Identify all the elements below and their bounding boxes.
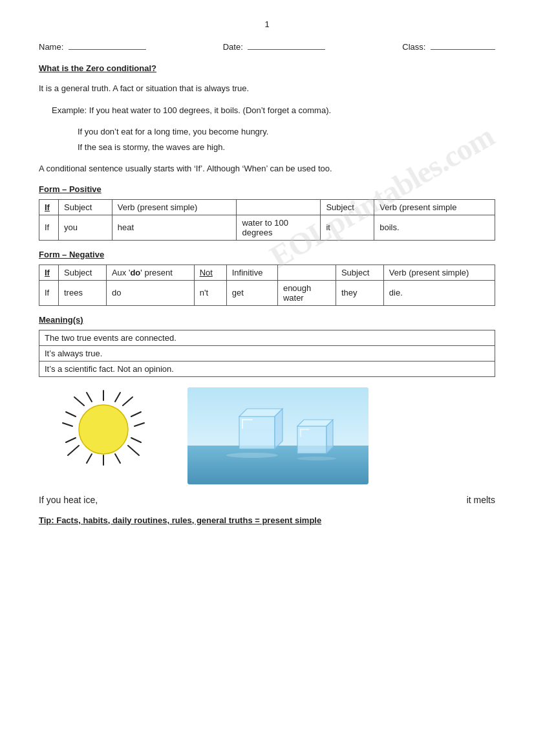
negative-form-title: Form – Negative bbox=[39, 250, 495, 259]
neg-header-verb2: Verb (present simple) bbox=[383, 265, 495, 280]
svg-line-9 bbox=[87, 393, 92, 402]
svg-line-14 bbox=[115, 454, 120, 463]
svg-line-3 bbox=[128, 446, 139, 455]
name-field: Name: bbox=[39, 42, 146, 52]
date-field: Date: bbox=[223, 42, 326, 52]
neg-row-enoughwater: enough water bbox=[277, 280, 336, 305]
meaning-3: It’s a scientific fact. Not an opinion. bbox=[39, 361, 495, 376]
main-title: What is the Zero conditional? bbox=[39, 63, 495, 73]
neg-header-aux: Aux 'do' present bbox=[106, 265, 194, 280]
intro-example3: If the sea is stormy, the waves are high… bbox=[78, 141, 495, 154]
intro-note: A conditional sentence usually starts wi… bbox=[39, 162, 495, 175]
neg-header-not: Not bbox=[200, 268, 213, 277]
svg-line-10 bbox=[131, 412, 141, 416]
meaning-1: The two true events are connected. bbox=[39, 330, 495, 345]
class-field: Class: bbox=[402, 42, 495, 52]
ice-image bbox=[187, 387, 368, 484]
sentence-left: If you heat ice, bbox=[39, 495, 98, 505]
neg-header-subject: Subject bbox=[59, 265, 107, 280]
svg-line-2 bbox=[134, 423, 144, 426]
svg-line-11 bbox=[131, 438, 141, 442]
svg-marker-21 bbox=[239, 416, 275, 449]
pos-row-you: you bbox=[59, 215, 112, 240]
header-fields: Name: Date: Class: bbox=[39, 42, 495, 52]
neg-header-subject2: Subject bbox=[336, 265, 383, 280]
neg-row-get: get bbox=[226, 280, 277, 305]
pos-row-it: it bbox=[321, 215, 374, 240]
neg-header-infinitive: Infinitive bbox=[226, 265, 277, 280]
svg-line-12 bbox=[66, 412, 76, 416]
positive-form-title: Form – Positive bbox=[39, 184, 495, 194]
pos-header-subject: Subject bbox=[59, 199, 112, 215]
meanings-table: The two true events are connected. It’s … bbox=[39, 330, 495, 377]
pos-row-heat: heat bbox=[112, 215, 237, 240]
svg-rect-18 bbox=[187, 446, 368, 484]
neg-row-nt: n't bbox=[194, 280, 226, 305]
svg-line-7 bbox=[74, 397, 84, 405]
pos-row-if: If bbox=[39, 215, 59, 240]
pos-header-subject2: Subject bbox=[321, 199, 374, 215]
intro-example1: Example: If you heat water to 100 degree… bbox=[52, 104, 495, 117]
intro-line1: It is a general truth. A fact or situati… bbox=[39, 82, 495, 95]
bottom-sentence: If you heat ice, it melts bbox=[39, 495, 495, 505]
images-row bbox=[39, 387, 495, 484]
meanings-title: Meaning(s) bbox=[39, 315, 495, 325]
svg-line-5 bbox=[68, 446, 79, 455]
sun-image bbox=[39, 387, 168, 484]
tip-line: Tip: Facts, habits, daily routines, rule… bbox=[39, 515, 495, 525]
svg-line-6 bbox=[63, 423, 72, 426]
svg-point-19 bbox=[226, 453, 278, 458]
svg-marker-26 bbox=[297, 426, 326, 453]
svg-line-8 bbox=[115, 393, 120, 402]
page-number: 1 bbox=[39, 19, 495, 29]
neg-header-if: If bbox=[45, 268, 50, 277]
svg-line-13 bbox=[66, 438, 76, 442]
neg-row-if: If bbox=[39, 280, 59, 305]
neg-header-empty bbox=[277, 265, 336, 280]
svg-line-15 bbox=[87, 454, 92, 463]
neg-row-trees: trees bbox=[59, 280, 107, 305]
svg-marker-28 bbox=[326, 420, 333, 453]
svg-line-1 bbox=[123, 397, 133, 405]
svg-point-20 bbox=[297, 457, 336, 460]
neg-row-they: they bbox=[336, 280, 383, 305]
neg-row-do: do bbox=[106, 280, 194, 305]
pos-header-empty bbox=[237, 199, 321, 215]
pos-header-verb: Verb (present simple) bbox=[112, 199, 237, 215]
sentence-right: it melts bbox=[467, 495, 495, 505]
svg-point-16 bbox=[79, 405, 128, 454]
pos-row-water: water to 100 degrees bbox=[237, 215, 321, 240]
intro-example2: If you don’t eat for a long time, you be… bbox=[78, 125, 495, 138]
neg-row-die: die. bbox=[383, 280, 495, 305]
negative-form-table: If Subject Aux 'do' present Not Infiniti… bbox=[39, 265, 495, 306]
pos-header-verb2: Verb (present simple bbox=[374, 199, 495, 215]
positive-form-table: If Subject Verb (present simple) Subject… bbox=[39, 199, 495, 241]
pos-header-if: If bbox=[45, 202, 50, 212]
meaning-2: It’s always true. bbox=[39, 345, 495, 361]
pos-row-boils: boils. bbox=[374, 215, 495, 240]
